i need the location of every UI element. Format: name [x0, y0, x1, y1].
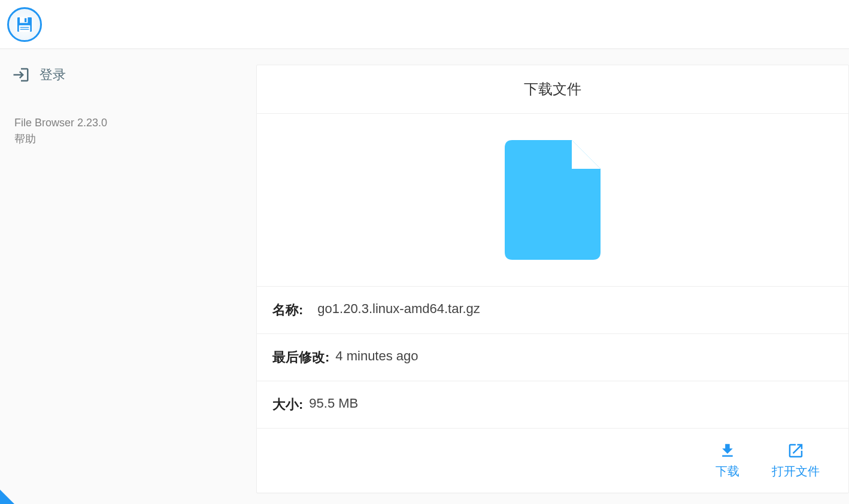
- version-text: File Browser 2.23.0: [14, 115, 242, 131]
- svg-rect-5: [20, 29, 29, 29]
- sidebar: 登录 File Browser 2.23.0 帮助: [0, 49, 256, 504]
- app-logo[interactable]: [7, 7, 42, 42]
- card-title: 下载文件: [257, 65, 848, 114]
- sidebar-item-login[interactable]: 登录: [12, 61, 244, 89]
- svg-rect-4: [20, 27, 29, 28]
- floppy-disk-icon: [15, 15, 34, 34]
- info-row-size: 大小: 95.5 MB: [257, 381, 848, 429]
- modified-value: 4 minutes ago: [335, 348, 418, 366]
- name-value: go1.20.3.linux-amd64.tar.gz: [317, 301, 480, 319]
- open-file-button[interactable]: 打开文件: [772, 442, 820, 479]
- main-content: 下载文件 名称: go1.20.3.linux-amd64.tar.gz 最后修…: [256, 49, 849, 504]
- sidebar-footer: File Browser 2.23.0 帮助: [12, 113, 244, 150]
- size-label: 大小:: [272, 396, 303, 414]
- download-card: 下载文件 名称: go1.20.3.linux-amd64.tar.gz 最后修…: [256, 65, 849, 493]
- name-label: 名称:: [272, 301, 303, 319]
- sidebar-item-label: 登录: [40, 66, 66, 84]
- help-link[interactable]: 帮助: [14, 131, 242, 147]
- download-icon: [718, 442, 736, 460]
- svg-rect-3: [19, 25, 31, 32]
- open-label: 打开文件: [772, 463, 820, 479]
- file-preview: [257, 114, 848, 287]
- open-in-new-icon: [787, 442, 805, 460]
- info-row-modified: 最后修改: 4 minutes ago: [257, 334, 848, 381]
- file-icon: [505, 140, 601, 260]
- header: [0, 0, 849, 49]
- svg-rect-1: [20, 17, 28, 23]
- card-actions: 下载 打开文件: [257, 429, 848, 493]
- download-label: 下载: [715, 463, 739, 479]
- modified-label: 最后修改:: [272, 348, 329, 366]
- corner-decoration: [0, 490, 14, 504]
- size-value: 95.5 MB: [309, 396, 358, 414]
- info-row-name: 名称: go1.20.3.linux-amd64.tar.gz: [257, 287, 848, 334]
- login-icon: [12, 66, 30, 84]
- download-button[interactable]: 下载: [715, 442, 739, 479]
- svg-rect-2: [25, 18, 26, 22]
